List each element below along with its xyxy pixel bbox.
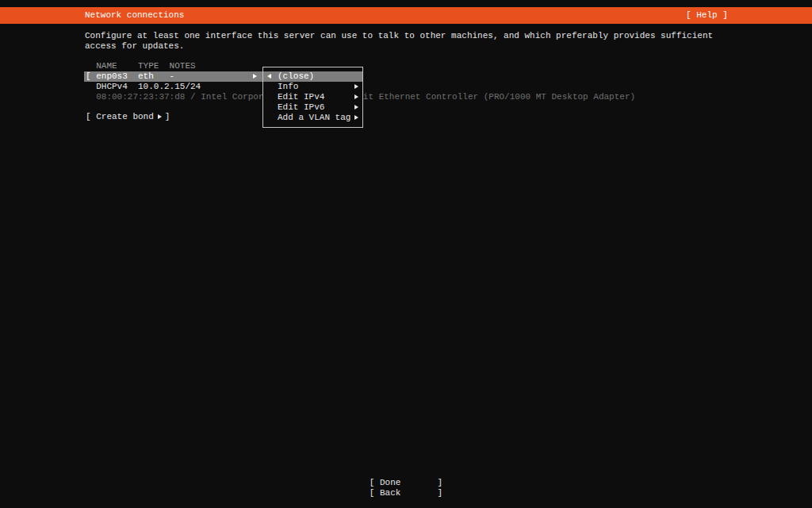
submenu-arrow-icon (354, 115, 358, 120)
help-button[interactable]: [ Help ] (686, 7, 728, 24)
interface-row-enp0s3[interactable]: [ enp0s3 eth - ] (84, 71, 270, 82)
create-bond-bracket: ] (165, 112, 170, 121)
page-title: Network connections (85, 7, 184, 24)
menu-item-close[interactable]: (close) (263, 71, 362, 82)
submenu-arrow-icon (354, 94, 358, 99)
menu-item-close-label: (close) (278, 71, 314, 81)
close-arrow-icon (267, 74, 271, 79)
installer-screen: { "header": { "title": "Network connecti… (0, 0, 812, 508)
create-bond-arrow-icon (158, 114, 162, 119)
back-button[interactable]: [ Back ] (370, 488, 442, 498)
interface-row-text: [ enp0s3 eth - ] (86, 71, 269, 81)
menu-item-edit-ipv6-label: Edit IPv6 (278, 102, 324, 113)
interface-actions-menu: (close) Info Edit IPv4 Edit IPv6 Add a V… (262, 67, 363, 128)
create-bond-label: [ Create bond (86, 112, 154, 121)
menu-item-edit-ipv4[interactable]: Edit IPv4 (263, 92, 362, 102)
menu-item-info[interactable]: Info (263, 82, 362, 92)
table-column-headers: NAME TYPE NOTES (86, 61, 196, 71)
menu-item-info-label: Info (278, 82, 298, 92)
menu-item-add-vlan-tag-label: Add a VLAN tag (278, 113, 350, 123)
row-expand-arrow-icon (253, 74, 257, 79)
submenu-arrow-icon (354, 84, 358, 89)
menu-item-edit-ipv4-label: Edit IPv4 (278, 92, 324, 102)
footer-done-row: [ Done ] (0, 478, 812, 488)
create-bond-button[interactable]: [ Create bond] (86, 112, 170, 122)
header-bar: Network connections [ Help ] (0, 7, 812, 24)
menu-item-add-vlan-tag[interactable]: Add a VLAN tag (263, 113, 362, 123)
submenu-arrow-icon (354, 105, 358, 110)
instructions-text: Configure at least one interface this se… (85, 31, 713, 52)
menu-item-edit-ipv6[interactable]: Edit IPv6 (263, 102, 362, 113)
dhcp-address-row: DHCPv4 10.0.2.15/24 (86, 82, 201, 92)
footer-back-row: [ Back ] (0, 488, 812, 498)
done-button[interactable]: [ Done ] (370, 478, 442, 488)
